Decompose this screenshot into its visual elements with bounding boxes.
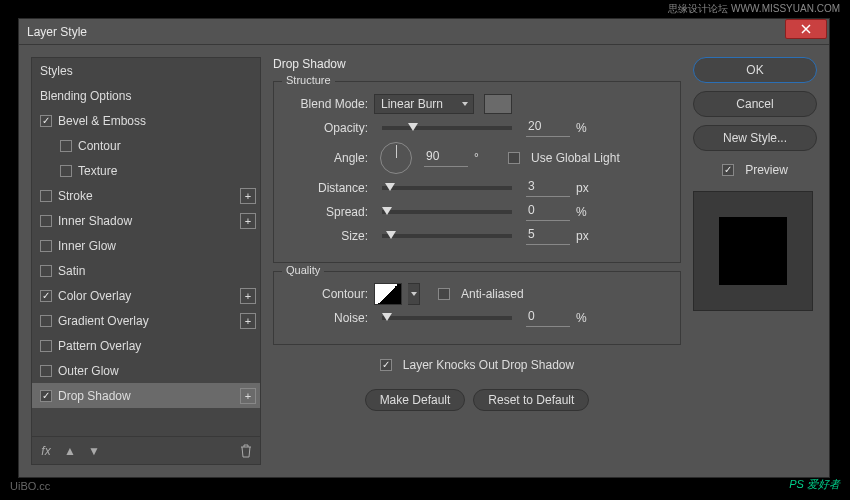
style-checkbox[interactable] xyxy=(40,265,52,277)
ok-button[interactable]: OK xyxy=(693,57,817,83)
add-effect-icon[interactable]: + xyxy=(240,388,256,404)
style-item-gradient-overlay[interactable]: Gradient Overlay+ xyxy=(32,308,260,333)
style-item-styles[interactable]: Styles xyxy=(32,58,260,83)
style-label: Contour xyxy=(78,139,121,153)
cancel-button[interactable]: Cancel xyxy=(693,91,817,117)
opacity-value[interactable]: 20 xyxy=(526,119,570,137)
spread-unit: % xyxy=(576,205,596,219)
style-checkbox[interactable] xyxy=(60,140,72,152)
styles-list: StylesBlending OptionsBevel & EmbossCont… xyxy=(31,57,261,465)
quality-group: Quality Contour: Anti-aliased Noise: 0 % xyxy=(273,271,681,345)
noise-slider[interactable] xyxy=(382,316,512,320)
style-item-stroke[interactable]: Stroke+ xyxy=(32,183,260,208)
style-item-contour[interactable]: Contour xyxy=(32,133,260,158)
knockout-label: Layer Knocks Out Drop Shadow xyxy=(403,358,574,372)
close-button[interactable] xyxy=(785,19,827,39)
angle-dial[interactable] xyxy=(380,142,412,174)
style-item-color-overlay[interactable]: Color Overlay+ xyxy=(32,283,260,308)
add-effect-icon[interactable]: + xyxy=(240,213,256,229)
make-default-button[interactable]: Make Default xyxy=(365,389,466,411)
add-effect-icon[interactable]: + xyxy=(240,313,256,329)
style-item-drop-shadow[interactable]: Drop Shadow+ xyxy=(32,383,260,408)
color-swatch[interactable] xyxy=(484,94,512,114)
style-checkbox[interactable] xyxy=(40,190,52,202)
style-checkbox[interactable] xyxy=(40,340,52,352)
fx-icon[interactable]: fx xyxy=(38,443,54,459)
style-item-inner-shadow[interactable]: Inner Shadow+ xyxy=(32,208,260,233)
titlebar[interactable]: Layer Style xyxy=(19,19,829,45)
settings-panel: Drop Shadow Structure Blend Mode: Linear… xyxy=(273,57,681,465)
style-checkbox[interactable] xyxy=(40,290,52,302)
angle-value[interactable]: 90 xyxy=(424,149,468,167)
trash-icon[interactable] xyxy=(238,443,254,459)
move-down-icon[interactable]: ▼ xyxy=(86,443,102,459)
spread-label: Spread: xyxy=(288,205,368,219)
style-checkbox[interactable] xyxy=(40,315,52,327)
style-item-bevel-emboss[interactable]: Bevel & Emboss xyxy=(32,108,260,133)
global-light-checkbox[interactable] xyxy=(508,152,520,164)
style-label: Inner Glow xyxy=(58,239,116,253)
style-checkbox[interactable] xyxy=(40,365,52,377)
size-slider[interactable] xyxy=(382,234,512,238)
noise-value[interactable]: 0 xyxy=(526,309,570,327)
style-label: Styles xyxy=(40,64,73,78)
style-checkbox[interactable] xyxy=(40,115,52,127)
layer-style-dialog: Layer Style StylesBlending OptionsBevel … xyxy=(18,18,830,478)
noise-label: Noise: xyxy=(288,311,368,325)
style-item-blending-options[interactable]: Blending Options xyxy=(32,83,260,108)
size-value[interactable]: 5 xyxy=(526,227,570,245)
style-item-outer-glow[interactable]: Outer Glow xyxy=(32,358,260,383)
spread-value[interactable]: 0 xyxy=(526,203,570,221)
distance-value[interactable]: 3 xyxy=(526,179,570,197)
dialog-title: Layer Style xyxy=(27,25,87,39)
style-checkbox[interactable] xyxy=(40,390,52,402)
style-label: Texture xyxy=(78,164,117,178)
style-item-pattern-overlay[interactable]: Pattern Overlay xyxy=(32,333,260,358)
style-label: Gradient Overlay xyxy=(58,314,149,328)
style-label: Pattern Overlay xyxy=(58,339,141,353)
styles-footer: fx ▲ ▼ xyxy=(32,436,260,464)
antialiased-checkbox[interactable] xyxy=(438,288,450,300)
preview-checkbox[interactable] xyxy=(722,164,734,176)
structure-group: Structure Blend Mode: Linear Burn Opacit… xyxy=(273,81,681,263)
spread-slider[interactable] xyxy=(382,210,512,214)
contour-picker[interactable] xyxy=(374,283,402,305)
angle-unit: ° xyxy=(474,151,494,165)
antialiased-label: Anti-aliased xyxy=(461,287,524,301)
size-unit: px xyxy=(576,229,596,243)
preview-label: Preview xyxy=(745,163,788,177)
style-label: Outer Glow xyxy=(58,364,119,378)
style-label: Bevel & Emboss xyxy=(58,114,146,128)
angle-label: Angle: xyxy=(288,151,368,165)
opacity-label: Opacity: xyxy=(288,121,368,135)
add-effect-icon[interactable]: + xyxy=(240,188,256,204)
contour-dropdown[interactable] xyxy=(408,283,420,305)
style-label: Satin xyxy=(58,264,85,278)
reset-default-button[interactable]: Reset to Default xyxy=(473,389,589,411)
style-checkbox[interactable] xyxy=(40,215,52,227)
blend-mode-dropdown[interactable]: Linear Burn xyxy=(374,94,474,114)
opacity-slider[interactable] xyxy=(382,126,512,130)
preview-thumbnail xyxy=(693,191,813,311)
style-item-texture[interactable]: Texture xyxy=(32,158,260,183)
preview-swatch xyxy=(719,217,787,285)
blend-mode-label: Blend Mode: xyxy=(288,97,368,111)
style-checkbox[interactable] xyxy=(60,165,72,177)
right-buttons: OK Cancel New Style... Preview xyxy=(693,57,817,465)
new-style-button[interactable]: New Style... xyxy=(693,125,817,151)
noise-unit: % xyxy=(576,311,596,325)
style-item-satin[interactable]: Satin xyxy=(32,258,260,283)
opacity-unit: % xyxy=(576,121,596,135)
knockout-checkbox[interactable] xyxy=(380,359,392,371)
style-item-inner-glow[interactable]: Inner Glow xyxy=(32,233,260,258)
watermark-bottom: PS 爱好者 xyxy=(789,477,840,492)
watermark-left: UiBO.cc xyxy=(10,480,50,492)
add-effect-icon[interactable]: + xyxy=(240,288,256,304)
size-label: Size: xyxy=(288,229,368,243)
style-checkbox[interactable] xyxy=(40,240,52,252)
distance-label: Distance: xyxy=(288,181,368,195)
panel-title: Drop Shadow xyxy=(273,57,681,71)
structure-label: Structure xyxy=(282,74,335,86)
distance-slider[interactable] xyxy=(382,186,512,190)
move-up-icon[interactable]: ▲ xyxy=(62,443,78,459)
